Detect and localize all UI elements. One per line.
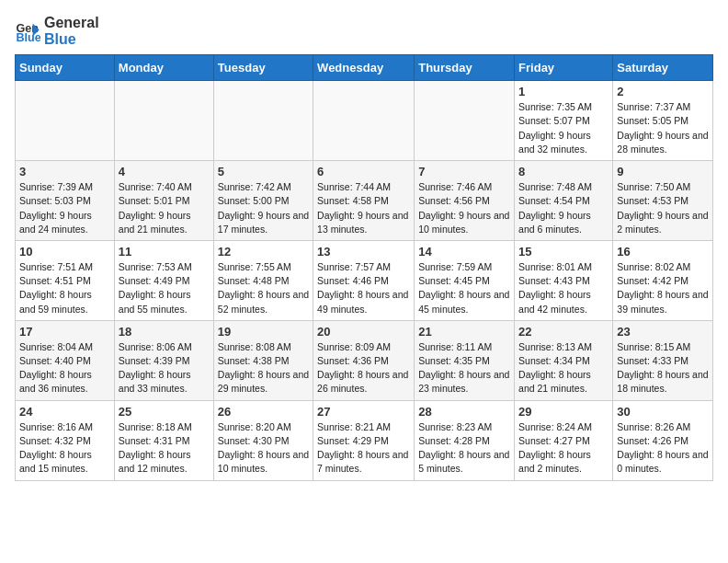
day-number: 23 <box>617 325 709 339</box>
day-number: 12 <box>218 245 309 259</box>
calendar-cell: 4Sunrise: 7:40 AM Sunset: 5:01 PM Daylig… <box>114 161 213 241</box>
calendar-cell: 18Sunrise: 8:06 AM Sunset: 4:39 PM Dayli… <box>114 320 213 400</box>
day-number: 8 <box>518 165 609 178</box>
day-info: Sunrise: 7:42 AM Sunset: 5:00 PM Dayligh… <box>218 180 309 236</box>
calendar-cell: 13Sunrise: 7:57 AM Sunset: 4:46 PM Dayli… <box>313 240 415 320</box>
day-number: 13 <box>317 245 410 259</box>
calendar-cell: 27Sunrise: 8:21 AM Sunset: 4:29 PM Dayli… <box>313 400 415 480</box>
day-number: 25 <box>119 405 210 419</box>
day-number: 4 <box>119 165 210 178</box>
calendar-cell <box>313 81 415 161</box>
calendar-cell: 14Sunrise: 7:59 AM Sunset: 4:45 PM Dayli… <box>415 240 515 320</box>
day-info: Sunrise: 8:11 AM Sunset: 4:35 PM Dayligh… <box>418 340 510 396</box>
day-info: Sunrise: 7:39 AM Sunset: 5:03 PM Dayligh… <box>19 180 110 236</box>
day-number: 9 <box>617 165 709 178</box>
day-info: Sunrise: 7:51 AM Sunset: 4:51 PM Dayligh… <box>19 260 110 316</box>
day-info: Sunrise: 8:24 AM Sunset: 4:27 PM Dayligh… <box>518 420 609 477</box>
calendar-cell: 29Sunrise: 8:24 AM Sunset: 4:27 PM Dayli… <box>515 400 613 480</box>
calendar-cell: 24Sunrise: 8:16 AM Sunset: 4:32 PM Dayli… <box>16 400 115 480</box>
weekday-header: Wednesday <box>313 55 415 81</box>
day-info: Sunrise: 7:55 AM Sunset: 4:48 PM Dayligh… <box>218 260 309 316</box>
logo-icon: Gen Blue <box>15 18 40 44</box>
day-number: 26 <box>218 405 309 419</box>
day-info: Sunrise: 8:21 AM Sunset: 4:29 PM Dayligh… <box>317 420 410 477</box>
calendar-cell: 23Sunrise: 8:15 AM Sunset: 4:33 PM Dayli… <box>613 320 713 400</box>
weekday-header: Sunday <box>16 55 115 81</box>
day-number: 7 <box>418 165 510 178</box>
calendar-cell: 5Sunrise: 7:42 AM Sunset: 5:00 PM Daylig… <box>213 161 313 241</box>
day-info: Sunrise: 8:13 AM Sunset: 4:34 PM Dayligh… <box>518 340 609 396</box>
weekday-header: Monday <box>114 55 213 81</box>
calendar-cell <box>213 81 313 161</box>
calendar-cell <box>114 81 213 161</box>
day-number: 2 <box>617 85 709 98</box>
calendar-cell: 12Sunrise: 7:55 AM Sunset: 4:48 PM Dayli… <box>213 240 313 320</box>
logo-text: GeneralBlue <box>44 15 99 47</box>
day-info: Sunrise: 7:37 AM Sunset: 5:05 PM Dayligh… <box>617 100 709 156</box>
calendar-cell: 17Sunrise: 8:04 AM Sunset: 4:40 PM Dayli… <box>16 320 115 400</box>
page-header: Gen Blue GeneralBlue <box>15 15 713 47</box>
day-info: Sunrise: 7:44 AM Sunset: 4:58 PM Dayligh… <box>317 180 410 236</box>
weekday-header: Tuesday <box>213 55 313 81</box>
day-number: 24 <box>19 405 110 419</box>
calendar-cell: 10Sunrise: 7:51 AM Sunset: 4:51 PM Dayli… <box>16 240 115 320</box>
day-number: 16 <box>617 245 709 259</box>
calendar-week-row: 10Sunrise: 7:51 AM Sunset: 4:51 PM Dayli… <box>16 240 713 320</box>
day-number: 6 <box>317 165 410 178</box>
day-info: Sunrise: 8:26 AM Sunset: 4:26 PM Dayligh… <box>617 420 709 477</box>
day-number: 1 <box>518 85 609 98</box>
calendar-cell: 19Sunrise: 8:08 AM Sunset: 4:38 PM Dayli… <box>213 320 313 400</box>
calendar-cell: 1Sunrise: 7:35 AM Sunset: 5:07 PM Daylig… <box>515 81 613 161</box>
day-number: 27 <box>317 405 410 419</box>
day-info: Sunrise: 8:08 AM Sunset: 4:38 PM Dayligh… <box>218 340 309 396</box>
day-number: 10 <box>19 245 110 259</box>
calendar-table: SundayMondayTuesdayWednesdayThursdayFrid… <box>15 54 713 480</box>
day-info: Sunrise: 7:50 AM Sunset: 4:53 PM Dayligh… <box>617 180 709 236</box>
day-number: 21 <box>418 325 510 339</box>
day-info: Sunrise: 7:53 AM Sunset: 4:49 PM Dayligh… <box>119 260 210 316</box>
day-info: Sunrise: 8:15 AM Sunset: 4:33 PM Dayligh… <box>617 340 709 396</box>
calendar-cell: 21Sunrise: 8:11 AM Sunset: 4:35 PM Dayli… <box>415 320 515 400</box>
calendar-cell: 28Sunrise: 8:23 AM Sunset: 4:28 PM Dayli… <box>415 400 515 480</box>
day-info: Sunrise: 8:04 AM Sunset: 4:40 PM Dayligh… <box>19 340 110 396</box>
calendar-cell: 26Sunrise: 8:20 AM Sunset: 4:30 PM Dayli… <box>213 400 313 480</box>
day-info: Sunrise: 7:57 AM Sunset: 4:46 PM Dayligh… <box>317 260 410 316</box>
calendar-week-row: 3Sunrise: 7:39 AM Sunset: 5:03 PM Daylig… <box>16 161 713 241</box>
day-info: Sunrise: 8:02 AM Sunset: 4:42 PM Dayligh… <box>617 260 709 316</box>
calendar-cell: 9Sunrise: 7:50 AM Sunset: 4:53 PM Daylig… <box>613 161 713 241</box>
day-number: 14 <box>418 245 510 259</box>
calendar-cell: 22Sunrise: 8:13 AM Sunset: 4:34 PM Dayli… <box>515 320 613 400</box>
day-number: 3 <box>19 165 110 178</box>
calendar-cell: 20Sunrise: 8:09 AM Sunset: 4:36 PM Dayli… <box>313 320 415 400</box>
day-info: Sunrise: 7:46 AM Sunset: 4:56 PM Dayligh… <box>418 180 510 236</box>
day-number: 17 <box>19 325 110 339</box>
calendar-cell: 6Sunrise: 7:44 AM Sunset: 4:58 PM Daylig… <box>313 161 415 241</box>
day-number: 15 <box>518 245 609 259</box>
calendar-cell: 8Sunrise: 7:48 AM Sunset: 4:54 PM Daylig… <box>515 161 613 241</box>
day-number: 19 <box>218 325 309 339</box>
svg-text:Blue: Blue <box>16 31 40 44</box>
calendar-cell: 3Sunrise: 7:39 AM Sunset: 5:03 PM Daylig… <box>16 161 115 241</box>
day-info: Sunrise: 8:01 AM Sunset: 4:43 PM Dayligh… <box>518 260 609 316</box>
day-number: 29 <box>518 405 609 419</box>
weekday-header: Saturday <box>613 55 713 81</box>
calendar-cell: 7Sunrise: 7:46 AM Sunset: 4:56 PM Daylig… <box>415 161 515 241</box>
weekday-header-row: SundayMondayTuesdayWednesdayThursdayFrid… <box>16 55 713 81</box>
day-info: Sunrise: 7:35 AM Sunset: 5:07 PM Dayligh… <box>518 100 609 156</box>
day-info: Sunrise: 8:16 AM Sunset: 4:32 PM Dayligh… <box>19 420 110 477</box>
day-number: 18 <box>119 325 210 339</box>
day-number: 11 <box>119 245 210 259</box>
day-info: Sunrise: 7:48 AM Sunset: 4:54 PM Dayligh… <box>518 180 609 236</box>
day-info: Sunrise: 7:40 AM Sunset: 5:01 PM Dayligh… <box>119 180 210 236</box>
logo: Gen Blue GeneralBlue <box>15 15 99 47</box>
calendar-cell <box>415 81 515 161</box>
weekday-header: Thursday <box>415 55 515 81</box>
day-info: Sunrise: 8:20 AM Sunset: 4:30 PM Dayligh… <box>218 420 309 477</box>
calendar-cell: 16Sunrise: 8:02 AM Sunset: 4:42 PM Dayli… <box>613 240 713 320</box>
calendar-cell: 2Sunrise: 7:37 AM Sunset: 5:05 PM Daylig… <box>613 81 713 161</box>
calendar-cell: 15Sunrise: 8:01 AM Sunset: 4:43 PM Dayli… <box>515 240 613 320</box>
day-number: 5 <box>218 165 309 178</box>
day-info: Sunrise: 8:23 AM Sunset: 4:28 PM Dayligh… <box>418 420 510 477</box>
day-number: 28 <box>418 405 510 419</box>
calendar-cell: 11Sunrise: 7:53 AM Sunset: 4:49 PM Dayli… <box>114 240 213 320</box>
